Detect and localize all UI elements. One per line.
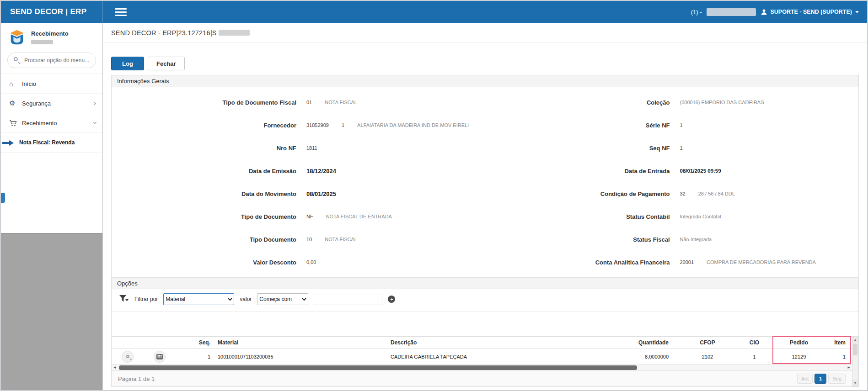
field-label: Tipo de Documento bbox=[112, 213, 299, 220]
field-data-movimento: Data do Movimento 08/01/2025 bbox=[112, 182, 485, 205]
sidebar-item-label: Segurança bbox=[22, 100, 51, 107]
field-tipo-de-documento: Tipo de Documento NF NOTA FISCAL DE ENTR… bbox=[112, 205, 485, 228]
page-1-button[interactable]: 1 bbox=[814, 374, 826, 384]
log-button[interactable]: Log bbox=[111, 57, 144, 70]
horizontal-scrollbar[interactable]: ◄ ► bbox=[112, 365, 852, 371]
field-value: 10 NOTA FISCAL bbox=[299, 237, 485, 242]
filter-value-input[interactable] bbox=[314, 294, 382, 305]
header-cfop[interactable]: CFOP bbox=[682, 339, 733, 346]
sidebar-item-label: Recebimento bbox=[22, 120, 57, 127]
redacted-session-text bbox=[707, 8, 756, 16]
field-colecao: Coleção (000016) EMPORIO DAS CADEIRAS bbox=[485, 91, 859, 114]
app-logo-icon bbox=[7, 28, 27, 46]
field-value: 1811 bbox=[299, 145, 485, 151]
field-label: Conta Analítica Financeira bbox=[485, 259, 673, 266]
header-descricao[interactable]: Descrição bbox=[308, 339, 600, 346]
cart-icon bbox=[9, 120, 22, 127]
hamburger-icon[interactable] bbox=[113, 5, 129, 20]
pager: Ant 1 Seg bbox=[797, 374, 846, 384]
chevron-right-icon: › bbox=[94, 100, 96, 107]
field-data-emissao: Data de Emissão 18/12/2024 bbox=[112, 159, 485, 182]
page-title: SEND DECOR - ERP|23.127216|S bbox=[103, 23, 867, 43]
header-pedido[interactable]: Pedido bbox=[776, 339, 822, 346]
field-serie-nf: Série NF 1 bbox=[485, 114, 859, 137]
filter-operator-select[interactable]: Começa com bbox=[257, 293, 308, 305]
field-value: 08/01/2025 bbox=[299, 190, 485, 197]
field-label: Nro NF bbox=[112, 145, 299, 152]
cell-pedido: 12129 bbox=[776, 354, 822, 359]
header-material[interactable]: Material bbox=[212, 339, 308, 346]
field-nro-nf: Nro NF 1811 bbox=[112, 137, 485, 159]
info-form: Tipo de Documento Fiscal 01 NOTA FISCAL … bbox=[112, 87, 858, 277]
search-icon bbox=[14, 57, 18, 61]
field-label: Status Fiscal bbox=[485, 236, 673, 243]
field-label: Data de Emissão bbox=[112, 168, 299, 174]
vertical-scrollbar-thumb[interactable] bbox=[853, 343, 857, 355]
clear-filter-button[interactable]: + bbox=[388, 296, 395, 303]
row-details-button[interactable] bbox=[154, 351, 166, 363]
filter-field-select[interactable]: Material bbox=[163, 293, 234, 305]
sidebar-item-inicio[interactable]: ⌂ Início bbox=[1, 74, 102, 94]
section-header-opcoes: Opções bbox=[112, 277, 858, 289]
cell-quantidade: 8,0000000 bbox=[600, 354, 682, 359]
header-seq[interactable]: Seq. bbox=[176, 339, 212, 346]
gears-icon: ⚙ bbox=[9, 99, 22, 107]
active-item-arrow-icon bbox=[2, 140, 14, 148]
scroll-up-icon[interactable]: ▲ bbox=[852, 337, 858, 343]
field-label: Condição de Pagamento bbox=[485, 190, 673, 197]
document-panel: Informações Gerais Tipo de Documento Fis… bbox=[111, 75, 859, 387]
field-tipo-documento-fiscal: Tipo de Documento Fiscal 01 NOTA FISCAL bbox=[112, 91, 485, 114]
fechar-button[interactable]: Fechar bbox=[148, 57, 185, 70]
field-label: Fornecedor bbox=[112, 122, 299, 129]
field-label: Tipo de Documento Fiscal bbox=[112, 99, 299, 106]
sidebar-item-label: Nota Fiscal: Revenda bbox=[19, 139, 75, 146]
cell-descricao: CADEIRA GABRIELA TAPEÇADA bbox=[308, 354, 600, 359]
scroll-left-icon[interactable]: ◄ bbox=[112, 365, 118, 371]
field-value: 1 bbox=[673, 122, 859, 128]
user-name: SUPORTE - SEND (SUPORTE) bbox=[771, 9, 852, 15]
field-value: 01 NOTA FISCAL bbox=[299, 100, 485, 105]
field-status-fiscal: Status Fiscal Não Integrada bbox=[485, 228, 859, 251]
sidebar-item-nota-fiscal-revenda[interactable]: Nota Fiscal: Revenda bbox=[1, 133, 102, 153]
scroll-down-icon[interactable]: ▼ bbox=[852, 380, 858, 386]
sidebar-item-label: Início bbox=[22, 80, 36, 87]
field-value: 18/12/2024 bbox=[299, 168, 485, 174]
vertical-scrollbar[interactable]: ▲ ▼ bbox=[852, 336, 858, 386]
sidebar-item-recebimento[interactable]: Recebimento › bbox=[1, 113, 102, 133]
scroll-right-icon[interactable]: ► bbox=[846, 365, 852, 371]
header-item[interactable]: Item bbox=[822, 339, 848, 346]
field-value: 1 bbox=[673, 145, 859, 151]
prev-page-button[interactable]: Ant bbox=[797, 374, 813, 384]
row-view-button[interactable] bbox=[122, 351, 134, 363]
chevron-down-icon: › bbox=[91, 122, 98, 124]
page-status: Página 1 de 1 bbox=[118, 375, 155, 382]
header-cio[interactable]: CIO bbox=[733, 339, 776, 346]
cell-seq: 1 bbox=[176, 354, 212, 359]
field-label: Série NF bbox=[485, 122, 673, 129]
field-value: NF NOTA FISCAL DE ENTRADA bbox=[299, 214, 485, 219]
filter-funnel-icon[interactable] bbox=[119, 295, 129, 304]
field-valor-desconto: Valor Desconto 0,00 bbox=[112, 251, 485, 274]
table-row[interactable]: 1 10010001071103200035 CADEIRA GABRIELA … bbox=[112, 349, 852, 365]
plus-icon: + bbox=[390, 297, 393, 302]
user-menu[interactable]: SUPORTE - SEND (SUPORTE) bbox=[761, 9, 859, 16]
topbar: SEND DECOR | ERP (1) - SUPORTE - SEND (S… bbox=[1, 1, 867, 23]
field-value: 08/01/2025 09:59 bbox=[673, 168, 859, 174]
content: Log Fechar Informações Gerais Tipo de Do… bbox=[103, 43, 867, 390]
grid-icon bbox=[156, 354, 163, 359]
header-quantidade[interactable]: Quantidade bbox=[600, 339, 682, 346]
field-label: Seq NF bbox=[485, 145, 673, 152]
horizontal-scrollbar-thumb[interactable] bbox=[119, 365, 637, 370]
redacted-module-subtext bbox=[31, 40, 53, 44]
sidebar-item-seguranca[interactable]: ⚙ Segurança › bbox=[1, 94, 102, 113]
menu-search-input[interactable] bbox=[7, 53, 96, 68]
main-area: SEND DECOR - ERP|23.127216|S Log Fechar … bbox=[103, 23, 867, 390]
valor-label: valor bbox=[240, 296, 252, 302]
field-value: 31852909 1 ALFAIATARIA DA MADEIRA IND DE… bbox=[299, 122, 485, 128]
filter-toolbar: Filtrar por Material valor Começa com + bbox=[112, 289, 858, 312]
side-panel-handle[interactable] bbox=[1, 193, 5, 203]
cell-material: 10010001071103200035 bbox=[212, 354, 308, 359]
field-label: Valor Desconto bbox=[112, 259, 299, 266]
next-page-button[interactable]: Seg bbox=[828, 374, 846, 384]
user-icon bbox=[761, 9, 767, 16]
